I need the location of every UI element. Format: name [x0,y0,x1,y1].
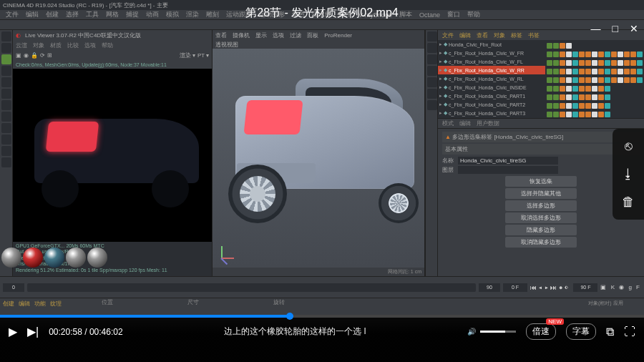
volume-control[interactable]: 🔊 [467,328,516,336]
maximize-icon[interactable]: □ [613,23,618,34]
layer-input[interactable] [458,166,558,174]
attr-tab[interactable]: 编辑 [459,119,471,127]
attr-tab[interactable]: 模式 [442,119,454,127]
object-row[interactable]: ▸◆c_Fbx_Root_Honda_Civic_W_RL [438,74,545,83]
progress-bar[interactable] [0,315,644,318]
attr-button[interactable]: 取消隐藏多边形 [505,237,577,248]
material-ball[interactable] [1,248,21,268]
object-row[interactable]: ▸◆c_Fbx_Root_Honda_Civic_PART4 [438,117,545,118]
material-ball[interactable] [87,248,107,268]
live-viewer-tabs[interactable]: 云渲对象材质比较选项帮助 [13,40,212,50]
object-row[interactable]: ▸◆c_Fbx_Root_Honda_Civic_W_FL [438,57,545,66]
menu-item[interactable]: 窗口 [447,10,460,19]
object-tags[interactable] [547,41,643,50]
play-button[interactable]: ▶ [9,325,17,338]
speed-button[interactable]: 倍速 NEW [526,323,556,340]
menu-item[interactable]: 动画 [146,10,159,19]
apply-label[interactable]: 对象(相对) 应用 [587,298,644,315]
coord-tab[interactable]: 创建 [3,300,14,308]
vp-menu-item[interactable]: 摄像机 [233,31,250,39]
menu-item[interactable]: 脚本 [399,10,412,19]
object-row[interactable]: ▸◆c_Fbx_Root_Honda_Civic_W_RR [438,66,545,74]
menu-item[interactable]: 创建 [46,10,59,19]
volume-icon[interactable]: 🔊 [467,328,476,336]
fullscreen-icon[interactable]: ⛶ [624,326,635,338]
lv-tab[interactable]: 比较 [67,41,79,49]
attr-section[interactable]: 基本属性 [442,144,640,155]
object-tags[interactable] [547,67,643,76]
object-tags[interactable] [547,102,643,110]
attr-button[interactable]: 取消选择多边形 [505,212,577,223]
om-tab[interactable]: 查看 [477,31,488,39]
share-icon[interactable]: ⎋ [625,139,633,154]
object-tags[interactable] [547,76,643,84]
object-row[interactable]: ▸◆Honda_Civic_Fbx_Root [438,40,545,49]
download-icon[interactable]: ⭳ [622,167,635,182]
play-controls[interactable]: ⏮◀▶⏭●◐ [530,284,570,291]
menu-item[interactable]: 文件 [6,10,19,19]
om-tab[interactable]: 文件 [442,31,454,39]
coord-tab[interactable]: 功能 [34,300,46,308]
viewport-canvas[interactable] [213,49,424,268]
pip-icon[interactable]: ⧉ [606,326,614,338]
object-row[interactable]: ▸◆c_Fbx_Root_Honda_Civic_W_FR [438,49,545,57]
object-row[interactable]: ▸◆c_Fbx_Root_Honda_Civic_PART3 [438,109,545,117]
material-ball[interactable] [23,248,43,268]
om-tab[interactable]: 书签 [528,31,540,39]
object-tags[interactable] [547,110,643,119]
object-tags[interactable] [547,93,643,102]
timeline-end2[interactable] [573,283,597,292]
lv-tab[interactable]: 选项 [84,41,96,49]
om-tab[interactable]: 编辑 [459,31,471,39]
next-button[interactable]: ▶| [27,325,39,338]
coord-tab[interactable]: 纹理 [50,300,62,308]
menu-item[interactable]: 雕刻 [206,10,219,19]
coord-tab[interactable]: 编辑 [19,300,30,308]
timeline-start[interactable] [3,283,24,292]
menu-item[interactable]: 模拟 [166,10,179,19]
live-viewer-toolbar[interactable]: ▣◉🔒⟳⊞渲染 ▾PT ▾ [13,50,212,60]
close-icon[interactable]: ✕ [630,23,638,34]
attr-tab[interactable]: 用户数据 [477,119,499,127]
lv-tab[interactable]: 帮助 [102,41,113,49]
attr-button[interactable]: 选择并隐藏其他 [505,188,577,199]
lv-tab[interactable]: 对象 [33,41,44,49]
caption-button[interactable]: 字幕 [566,323,596,340]
vp-menu-item[interactable]: 查看 [215,31,227,39]
material-ball[interactable] [66,248,86,268]
om-tab[interactable]: 对象 [494,31,505,39]
attr-button[interactable]: 恢复选集 [505,176,577,187]
menu-item[interactable]: Octane [419,11,440,19]
lv-tab[interactable]: 材质 [50,41,62,49]
vp-menu-item[interactable]: 面板 [307,31,318,39]
viewport-tab[interactable]: 透视视图 [213,40,424,49]
menu-item[interactable]: 编辑 [26,10,39,19]
minimize-icon[interactable]: — [591,23,601,34]
object-row[interactable]: ▸◆c_Fbx_Root_Honda_Civic_INSIDE [438,83,545,92]
material-shelf[interactable] [1,248,107,268]
menu-item[interactable]: 捕捉 [126,10,139,19]
vp-menu-item[interactable]: ProRender [324,32,352,39]
attr-button[interactable]: 隐藏多边形 [505,225,577,235]
left-toolbar[interactable] [0,30,13,276]
render-viewport[interactable] [13,69,212,242]
material-tabs[interactable]: 创建编辑功能纹理 [0,298,64,315]
delete-icon[interactable]: 🗑 [622,195,635,210]
object-tags[interactable] [547,50,643,59]
vp-menu-item[interactable]: 选项 [273,31,284,39]
vp-menu-item[interactable]: 过滤 [290,31,301,39]
object-tags[interactable] [547,84,643,93]
vp-menu-item[interactable]: 显示 [255,31,267,39]
object-row[interactable]: ▸◆c_Fbx_Root_Honda_Civic_PART1 [438,92,545,100]
menu-item[interactable]: 渲染 [186,10,199,19]
timeline-cur[interactable] [503,283,527,292]
material-ball[interactable] [44,248,64,268]
object-list[interactable]: ▸◆Honda_Civic_Fbx_Root▸◆c_Fbx_Root_Honda… [438,40,644,119]
object-row[interactable]: ▸◆c_Fbx_Root_Honda_Civic_PART2 [438,100,545,109]
menu-item[interactable]: 选择 [66,10,79,19]
om-tab[interactable]: 标签 [511,31,522,39]
menu-item[interactable]: 网格 [106,10,119,19]
menu-item[interactable]: 帮助 [467,10,480,19]
timeline[interactable]: ⏮◀▶⏭●◐ ▣ K ◉ g F [0,276,644,298]
right-toolbar[interactable] [425,30,438,276]
